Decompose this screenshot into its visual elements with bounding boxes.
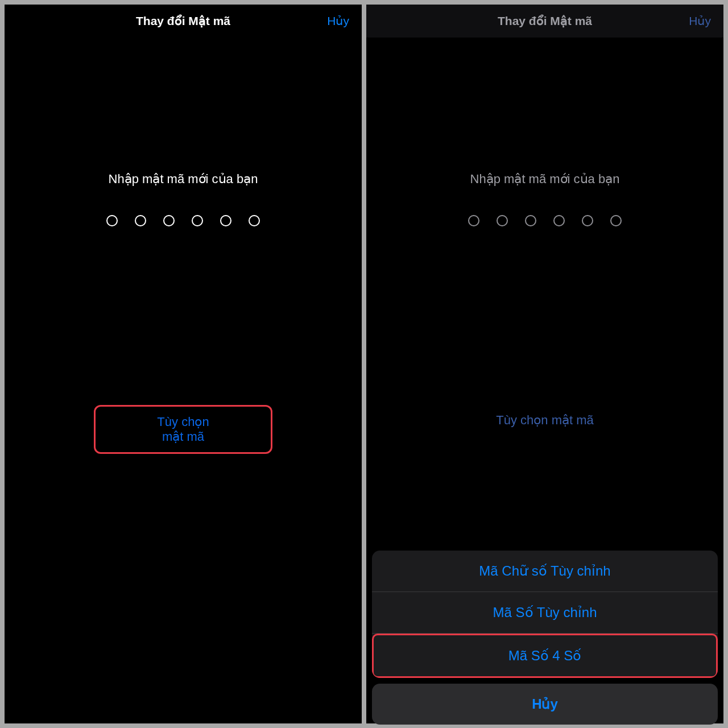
action-sheet-options: Mã Chữ số Tùy chỉnh Mã Số Tùy chỉnh Mã S… [372,551,718,678]
action-sheet: Mã Chữ số Tùy chỉnh Mã Số Tùy chỉnh Mã S… [372,551,718,723]
content-area: Nhập mật mã mới của bạn Tùy chọn mật mã … [366,38,723,723]
content-area: Nhập mật mã mới của bạn Tùy chọn mật mã [5,38,362,723]
passcode-dot-icon [135,215,146,226]
passcode-dot-icon [163,215,175,226]
passcode-dot-icon [525,215,536,226]
passcode-prompt: Nhập mật mã mới của bạn [366,172,723,187]
passcode-dot-icon [468,215,479,226]
passcode-dot-icon [582,215,593,226]
nav-bar: Thay đổi Mật mã Hủy [366,5,723,38]
cancel-button[interactable]: Hủy [677,14,711,28]
passcode-dot-icon [553,215,565,226]
passcode-dots [5,215,362,226]
screen-right: Thay đổi Mật mã Hủy Nhập mật mã mới của … [366,5,723,723]
passcode-dot-icon [610,215,622,226]
nav-title: Thay đổi Mật mã [51,14,315,28]
passcode-options-button[interactable]: Tùy chọn mật mã [94,405,272,454]
passcode-dot-icon [106,215,118,226]
action-sheet-cancel-button[interactable]: Hủy [372,684,718,725]
option-4-digit[interactable]: Mã Số 4 Số [372,634,718,678]
passcode-dot-icon [497,215,508,226]
passcode-prompt: Nhập mật mã mới của bạn [5,172,362,187]
option-custom-numeric[interactable]: Mã Số Tùy chỉnh [372,592,718,634]
passcode-dot-icon [192,215,203,226]
passcode-options-button[interactable]: Tùy chọn mật mã [473,405,616,436]
passcode-dot-icon [249,215,260,226]
nav-bar: Thay đổi Mật mã Hủy [5,5,362,38]
nav-title: Thay đổi Mật mã [413,14,677,28]
passcode-dots [366,215,723,226]
screen-left: Thay đổi Mật mã Hủy Nhập mật mã mới của … [5,5,362,723]
passcode-dot-icon [220,215,231,226]
option-custom-alphanumeric[interactable]: Mã Chữ số Tùy chỉnh [372,551,718,592]
cancel-button[interactable]: Hủy [315,14,349,28]
